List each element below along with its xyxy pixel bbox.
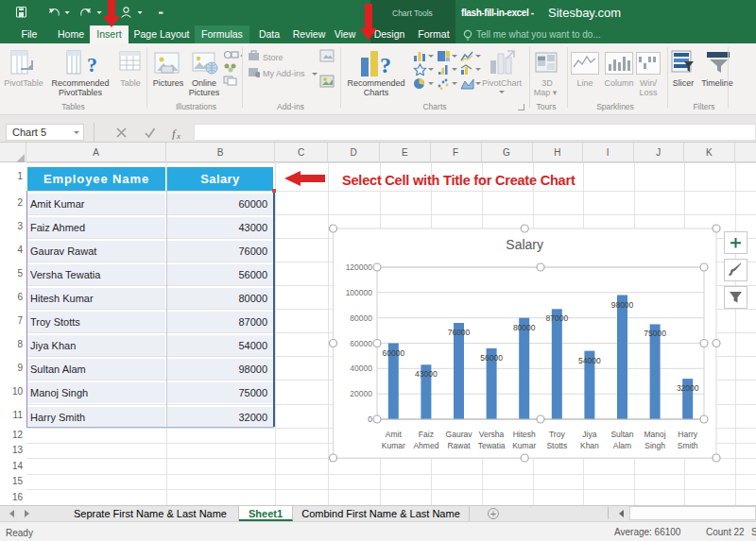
svg-text:Manoj: Manoj <box>644 430 666 439</box>
svg-text:Tewatia: Tewatia <box>478 441 506 450</box>
svg-text:54000: 54000 <box>578 356 601 365</box>
svg-text:Jiya: Jiya <box>582 430 596 439</box>
svg-text:?: ? <box>380 53 391 77</box>
svg-text:Kumar: Kumar <box>382 441 405 450</box>
svg-text:Salary: Salary <box>506 237 543 252</box>
svg-text:Ahmed: Ahmed <box>413 441 438 450</box>
svg-text:43000: 43000 <box>415 369 438 379</box>
svg-text:Troy: Troy <box>549 430 565 439</box>
svg-text:Hitesh: Hitesh <box>513 430 536 439</box>
svg-text:Gaurav: Gaurav <box>446 430 473 439</box>
svg-text:Harry: Harry <box>678 430 698 439</box>
svg-text:Versha: Versha <box>479 430 505 439</box>
svg-text:40000: 40000 <box>350 363 372 373</box>
svg-text:Singh: Singh <box>644 441 665 450</box>
svg-text:Alam: Alam <box>613 441 631 450</box>
svg-text:Amit: Amit <box>386 430 403 439</box>
svg-text:80000: 80000 <box>513 323 536 332</box>
svg-text:32000: 32000 <box>677 383 699 393</box>
svg-text:60000: 60000 <box>382 348 404 358</box>
svg-text:120000: 120000 <box>346 262 373 272</box>
svg-text:56000: 56000 <box>480 353 503 363</box>
svg-text:Khan: Khan <box>580 441 599 450</box>
svg-text:87000: 87000 <box>545 313 568 323</box>
svg-text:60000: 60000 <box>350 339 372 348</box>
svg-text:Faiz: Faiz <box>419 430 434 439</box>
svg-text:?: ? <box>87 53 96 76</box>
svg-text:x: x <box>176 131 180 140</box>
svg-text:100000: 100000 <box>346 288 373 297</box>
svg-text:Kumar: Kumar <box>512 441 536 450</box>
svg-text:75000: 75000 <box>644 329 666 338</box>
svg-text:Smith: Smith <box>678 441 698 450</box>
svg-text:20000: 20000 <box>350 389 372 398</box>
svg-text:Stotts: Stotts <box>546 441 567 450</box>
svg-text:0: 0 <box>368 414 372 424</box>
svg-text:80000: 80000 <box>350 313 372 323</box>
svg-text:76000: 76000 <box>448 328 471 337</box>
svg-text:98000: 98000 <box>611 300 634 310</box>
svg-text:Sultan: Sultan <box>610 430 633 439</box>
svg-text:Rawat: Rawat <box>447 441 471 450</box>
